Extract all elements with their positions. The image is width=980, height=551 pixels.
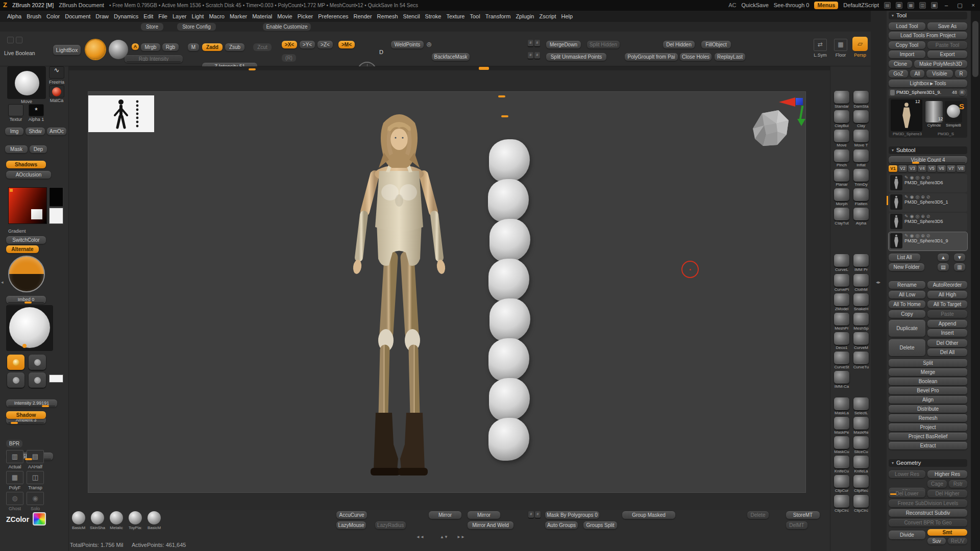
- menu-item[interactable]: Texture: [446, 13, 464, 20]
- canvas-scroll-thumb[interactable]: [479, 67, 489, 70]
- visibility-slot-button[interactable]: V7: [947, 165, 955, 172]
- goz-button[interactable]: GoZ: [889, 70, 908, 78]
- active-tool-preview[interactable]: [7, 66, 46, 99]
- storemt-button[interactable]: StoreMT: [786, 511, 820, 519]
- paste-subtool-button[interactable]: Paste: [927, 310, 967, 318]
- subtool-icon-row[interactable]: ✎◉◎⊕⊘: [904, 175, 943, 180]
- subtool-subsection-button[interactable]: Project: [889, 423, 967, 431]
- sphere-subtool-blob[interactable]: [488, 259, 529, 302]
- mirror-x-button[interactable]: >X<: [282, 41, 297, 48]
- brush-item[interactable]: ClayBui: [832, 110, 851, 128]
- rgb-intensity-slider[interactable]: Rgb Intensity: [125, 55, 183, 63]
- load-tools-from-project-button[interactable]: Load Tools From Project: [889, 32, 967, 39]
- canvas-area[interactable]: [69, 66, 830, 510]
- brush-item[interactable]: Move: [832, 130, 851, 147]
- menu-item[interactable]: Material: [252, 13, 272, 20]
- goz-s-icon[interactable]: S: [959, 102, 964, 111]
- goz-r-button[interactable]: R: [955, 70, 967, 78]
- local-symmetry-icon[interactable]: ⇄: [814, 39, 827, 51]
- window-icon[interactable]: ◫: [919, 2, 926, 9]
- main-color-swatch[interactable]: [49, 187, 63, 207]
- grid-icon[interactable]: ▦: [908, 2, 914, 9]
- material-item[interactable]: SkinSha: [89, 511, 106, 530]
- visibility-slot-button[interactable]: V2: [898, 165, 907, 172]
- brush-item[interactable]: ClipCirc: [852, 495, 870, 513]
- canvas-scroll-track[interactable]: [69, 66, 830, 70]
- subtool-subsection-button[interactable]: Remesh: [889, 414, 967, 422]
- delete-mt-button[interactable]: Delete: [747, 511, 769, 519]
- weld-target-icon[interactable]: ◎: [427, 41, 432, 47]
- brush-item[interactable]: MeshSp: [852, 313, 870, 331]
- document-view[interactable]: [88, 91, 806, 493]
- shadows-button[interactable]: Shadows: [6, 161, 46, 168]
- subtool-icon-row[interactable]: ✎◉◎⊕⊘: [904, 233, 948, 238]
- export-button[interactable]: Export: [927, 51, 967, 58]
- convert-bpr-button[interactable]: Convert BPR To Geo: [889, 519, 967, 527]
- material-item[interactable]: BasicM: [70, 511, 87, 530]
- ghost-icon[interactable]: ◍: [6, 492, 23, 505]
- goz-all-button[interactable]: All: [910, 70, 924, 78]
- solo-icon[interactable]: ◉: [27, 492, 44, 505]
- delmt-button[interactable]: DelMT: [786, 521, 807, 529]
- brush-item[interactable]: Deco1: [832, 332, 851, 350]
- brush-item[interactable]: Flatten: [852, 188, 870, 206]
- brush-item[interactable]: ClothM: [852, 274, 870, 292]
- live-boolean-toggle-icon[interactable]: [7, 37, 22, 43]
- shadow-button[interactable]: Shadow: [6, 411, 46, 419]
- brush-item[interactable]: MaskPe: [832, 417, 851, 435]
- brush-item[interactable]: SelectL: [852, 397, 870, 415]
- lower-res-button[interactable]: Lower Res: [889, 470, 925, 478]
- zadd-button[interactable]: Zadd: [202, 43, 223, 51]
- menu-item[interactable]: Macro: [209, 13, 225, 20]
- zcolor-palette-icon[interactable]: [33, 512, 46, 525]
- divide-button[interactable]: Divide: [889, 531, 925, 539]
- see-through-slider[interactable]: See-through 0: [774, 2, 810, 9]
- inflate-curve-buttons[interactable]: ##: [528, 40, 540, 46]
- light-3-toggle[interactable]: [7, 372, 24, 388]
- brush-item[interactable]: IMM Pr: [852, 254, 870, 272]
- brush-item[interactable]: TrimDy: [852, 169, 870, 187]
- brush-item[interactable]: KnifeLa: [852, 456, 870, 473]
- clone-button[interactable]: Clone: [889, 60, 912, 68]
- texture-thumbnail[interactable]: [8, 104, 23, 116]
- sphere-subtool-blob[interactable]: [489, 298, 530, 341]
- all-high-button[interactable]: All High: [927, 291, 967, 298]
- bpr-button[interactable]: BPR: [6, 440, 22, 447]
- close-button[interactable]: ×: [970, 2, 977, 9]
- zcut-button[interactable]: Zcut: [253, 43, 272, 51]
- insert-button[interactable]: Insert: [927, 329, 967, 337]
- reconstruct-subdiv-button[interactable]: Reconstruct Subdiv: [889, 509, 967, 517]
- color-picker-inner-square[interactable]: [31, 209, 42, 219]
- switchcolor-button[interactable]: SwitchColor: [6, 236, 46, 244]
- visibility-slot-button[interactable]: V5: [927, 165, 936, 172]
- menu-item[interactable]: Brush: [27, 13, 41, 20]
- subtool-subsection-button[interactable]: Project BasRelief: [889, 433, 967, 440]
- subtool-subsection-button[interactable]: Extract: [889, 442, 967, 449]
- brush-item[interactable]: Pinch: [832, 149, 851, 167]
- brush-item[interactable]: ClipRec: [852, 475, 870, 493]
- delete-subtool-button[interactable]: Delete: [889, 339, 925, 356]
- auto-badge[interactable]: A: [132, 43, 139, 50]
- m-button[interactable]: M: [188, 43, 199, 51]
- polyframe-icon[interactable]: ▦: [6, 471, 23, 484]
- split-hidden-button[interactable]: Split Hidden: [587, 41, 620, 48]
- material-item[interactable]: BasicM: [145, 511, 163, 530]
- subtool-item[interactable]: ✎◉◎⊕⊘ PM3D_Sphere3D6: [889, 174, 967, 192]
- sphere-subtool-blob[interactable]: [489, 219, 530, 262]
- render-aahalf-icon[interactable]: ▤: [27, 450, 44, 463]
- list-all-button[interactable]: List All: [889, 254, 920, 261]
- secondary-color-swatch[interactable]: [49, 208, 63, 224]
- light-placement-widget[interactable]: [6, 305, 53, 351]
- menu-item[interactable]: Preferences: [318, 13, 348, 20]
- visible-count-slider[interactable]: Visible Count 4: [889, 156, 967, 164]
- imbed-slider[interactable]: Imbed 0: [6, 296, 46, 304]
- brush-item[interactable]: ClayTut: [832, 208, 851, 226]
- menu-item[interactable]: Document: [65, 13, 90, 20]
- brush-item[interactable]: CurvePi: [832, 274, 851, 292]
- freeze-subdivision-button[interactable]: Freeze SubDivision Levels: [889, 499, 967, 507]
- light-4-toggle[interactable]: [29, 372, 46, 388]
- sphere-subtool-blob[interactable]: [488, 338, 529, 381]
- active-tool-r-button[interactable]: R: [959, 90, 966, 96]
- del-other-button[interactable]: Del Other: [927, 339, 967, 347]
- visibility-slot-button[interactable]: V4: [918, 165, 926, 172]
